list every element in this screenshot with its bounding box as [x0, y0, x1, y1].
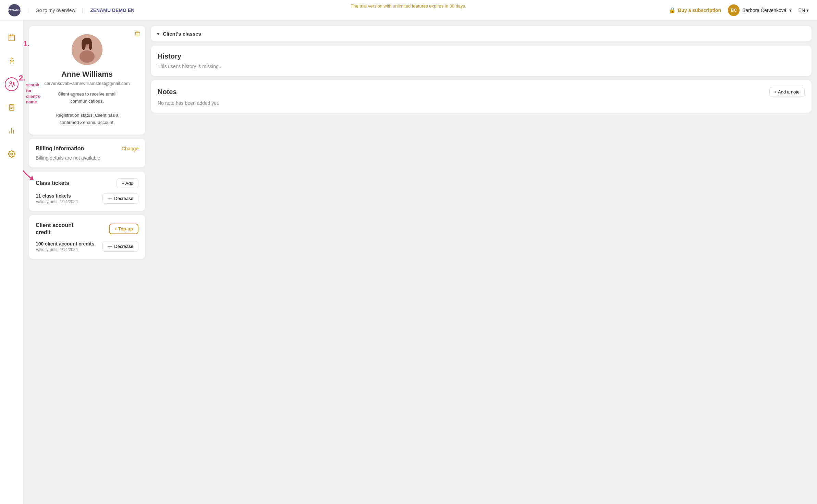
profile-info-line1: Client agrees to receive email	[58, 91, 116, 97]
tickets-header: Class tickets + Add	[36, 178, 138, 188]
notes-header: Notes + Add a note	[158, 87, 805, 97]
topbar-right: 🔒 Buy a subscription BC Barbora Červenko…	[669, 4, 809, 16]
client-credit-card: Client accountcredit + Top-up 100 client…	[29, 215, 145, 259]
delete-icon[interactable]	[134, 31, 141, 39]
right-column: ▾ Client's classes History This user's h…	[151, 26, 812, 499]
svg-point-5	[10, 82, 12, 84]
profile-avatar	[72, 34, 102, 65]
history-empty-text: This user's history is missing...	[158, 64, 805, 69]
credit-title: Client accountcredit	[36, 222, 73, 236]
topbar-divider: |	[27, 8, 29, 13]
ticket-name: 11 class tickets	[36, 193, 78, 199]
sidebar-item-chart[interactable]	[5, 124, 19, 138]
profile-avatar-wrapper	[36, 34, 138, 65]
svg-point-4	[11, 58, 12, 59]
tickets-title: Class tickets	[36, 180, 69, 186]
avatar: BC	[728, 4, 740, 16]
class-tickets-card: Class tickets + Add 11 class tickets Val…	[29, 172, 145, 211]
topbar-left: ZENAMU | Go to my overview | ZENAMU DEMO…	[8, 4, 134, 16]
step3-arrow	[23, 151, 36, 182]
ticket-validity: Validity until: 4/14/2024	[36, 199, 78, 204]
left-column: Anne Williams cervenkovab+annewilliamste…	[29, 26, 145, 499]
notes-card: Notes + Add a note No note has been adde…	[151, 80, 812, 113]
clients-classes-card: ▾ Client's classes	[151, 26, 812, 41]
svg-point-6	[13, 83, 14, 84]
add-ticket-button[interactable]: + Add	[117, 178, 138, 188]
profile-info: Client agrees to receive email communica…	[36, 91, 138, 126]
user-menu[interactable]: BC Barbora Červenková ▾	[728, 4, 791, 16]
chevron-down-icon: ▾	[789, 8, 792, 13]
sidebar-item-calendar[interactable]	[5, 31, 19, 45]
billing-title: Billing information	[36, 146, 84, 152]
go-overview-link[interactable]: Go to my overview	[36, 8, 75, 13]
credit-validity: Validity until: 4/14/2024	[36, 247, 94, 252]
history-title: History	[158, 52, 805, 60]
minus-icon2: —	[108, 244, 112, 249]
topbar-divider2: |	[82, 8, 84, 13]
content-area: Anne Williams cervenkovab+annewilliamste…	[23, 21, 817, 504]
billing-card: Billing information Change Billing detai…	[29, 139, 145, 167]
sidebar-item-clients[interactable]	[5, 77, 19, 91]
profile-info-line4: confirmed Zenamu account.	[59, 120, 114, 125]
svg-point-20	[89, 40, 92, 50]
add-note-button[interactable]: + Add a note	[769, 87, 805, 97]
profile-name: Anne Williams	[36, 70, 138, 79]
logo-icon: ZENAMU	[8, 4, 21, 16]
sidebar: 1. 2. search forclient's name	[0, 21, 23, 504]
credit-name: 100 client account credits	[36, 241, 94, 247]
demo-label: ZENAMU DEMO EN	[90, 8, 134, 13]
history-card: History This user's history is missing..…	[151, 46, 812, 76]
minus-icon: —	[108, 196, 112, 201]
classes-header[interactable]: ▾ Client's classes	[151, 26, 812, 41]
language-selector[interactable]: EN ▾	[798, 8, 809, 13]
credit-header: Client accountcredit + Top-up	[36, 222, 138, 236]
notes-title: Notes	[158, 88, 177, 96]
svg-point-17	[80, 50, 95, 63]
profile-card: Anne Williams cervenkovab+annewilliamste…	[29, 26, 145, 135]
credit-row: 100 client account credits Validity unti…	[36, 241, 138, 252]
billing-header: Billing information Change	[36, 146, 138, 152]
decrease-ticket-button[interactable]: — Decrease	[102, 193, 138, 204]
main-layout: 1. 2. search forclient's name	[0, 21, 817, 504]
user-name-label: Barbora Červenková	[742, 8, 786, 13]
sidebar-item-clipboard[interactable]	[5, 101, 19, 114]
topbar: ZENAMU | Go to my overview | ZENAMU DEMO…	[0, 0, 817, 21]
chevron-down-icon: ▾	[157, 31, 159, 37]
topup-button[interactable]: + Top-up	[109, 224, 138, 234]
classes-title: Client's classes	[163, 31, 201, 37]
profile-info-line2: communications.	[70, 99, 104, 104]
billing-wrapper: 3. Billing information Change Billing de…	[29, 139, 145, 167]
lang-chevron-icon: ▾	[806, 8, 809, 13]
logo-text: ZENAMU	[8, 9, 21, 12]
notes-empty-text: No note has been added yet.	[158, 100, 805, 106]
decrease-credit-label: Decrease	[114, 244, 133, 249]
ticket-row: 11 class tickets Validity until: 4/14/20…	[36, 193, 138, 204]
svg-rect-0	[9, 35, 14, 41]
lock-icon: 🔒	[669, 7, 676, 13]
profile-email: cervenkovab+annewilliamstest@gmail.com	[36, 81, 138, 86]
profile-info-line3: Registration status: Client has a	[56, 113, 119, 118]
trial-notice: The trial version with unlimited feature…	[351, 3, 466, 9]
lang-label: EN	[798, 8, 805, 13]
logo: ZENAMU	[8, 4, 21, 16]
buy-subscription-button[interactable]: 🔒 Buy a subscription	[669, 7, 721, 13]
billing-empty-text: Billing details are not available	[36, 155, 138, 161]
decrease-credit-button[interactable]: — Decrease	[102, 241, 138, 252]
svg-point-19	[82, 39, 86, 50]
billing-change-button[interactable]: Change	[122, 146, 138, 151]
buy-subscription-label: Buy a subscription	[678, 8, 721, 13]
credit-info: 100 client account credits Validity unti…	[36, 241, 94, 252]
sidebar-item-yoga[interactable]	[5, 54, 19, 68]
svg-point-14	[11, 153, 13, 155]
decrease-label: Decrease	[114, 196, 133, 201]
ticket-info: 11 class tickets Validity until: 4/14/20…	[36, 193, 78, 204]
sidebar-item-settings[interactable]	[5, 147, 19, 161]
